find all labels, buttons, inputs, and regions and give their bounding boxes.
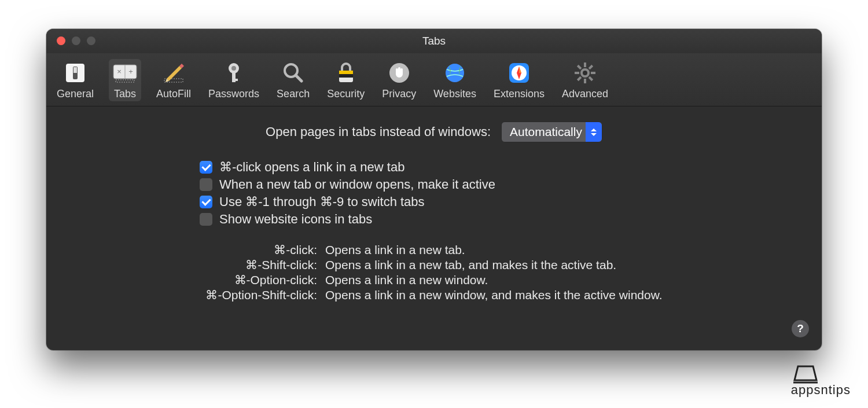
switch-icon [61,60,89,86]
checkbox-label: Use ⌘-1 through ⌘-9 to switch tabs [219,194,425,209]
hint-key: ⌘-Option-Shift-click: [205,288,317,302]
tab-label: Tabs [114,88,136,100]
watermark: appsntips [791,362,851,398]
safari-icon [505,60,533,86]
svg-rect-4 [73,67,77,73]
checkbox-favicons[interactable] [200,213,212,226]
hint-desc: Opens a link in a new tab. [325,243,662,257]
tab-advanced[interactable]: Advanced [560,59,610,101]
tab-search[interactable]: Search [274,59,312,101]
open-pages-label: Open pages in tabs instead of windows: [266,124,491,139]
help-button[interactable]: ? [792,320,809,337]
tabs-icon: ×+ [111,60,139,86]
tab-privacy[interactable]: Privacy [380,59,418,101]
svg-point-15 [231,66,236,71]
hint-desc: Opens a link in a new tab, and makes it … [325,258,662,272]
tab-label: General [57,88,94,100]
checkbox-cmd-number[interactable] [200,196,212,208]
tab-tabs[interactable]: ×+ Tabs [109,59,141,101]
svg-rect-21 [339,71,353,74]
svg-rect-33 [591,72,595,74]
svg-rect-34 [589,65,593,69]
preferences-body: Open pages in tabs instead of windows: A… [46,106,822,319]
svg-rect-36 [577,65,582,69]
tab-label: Extensions [494,88,545,100]
hint-desc: Opens a link in a new window. [325,273,662,287]
pencil-icon [160,60,187,86]
svg-rect-22 [339,74,353,78]
svg-text:×: × [117,67,122,76]
tab-label: Advanced [562,88,608,100]
checkbox-make-active[interactable] [200,178,212,191]
svg-text:+: + [128,67,133,76]
checkbox-group: ⌘-click opens a link in a new tab When a… [148,160,720,227]
watermark-text: appsntips [791,383,851,398]
checkbox-label: When a new tab or window opens, make it … [219,177,495,192]
watermark-icon [791,362,820,385]
svg-point-38 [583,71,587,75]
checkbox-cmd-click[interactable] [200,161,212,174]
svg-point-24 [446,64,464,82]
key-icon [220,60,248,86]
svg-line-19 [296,75,301,81]
tab-label: AutoFill [156,88,191,100]
preferences-window: Tabs General ×+ Tabs Au [46,29,822,350]
svg-rect-35 [577,76,582,81]
svg-rect-37 [589,76,593,81]
tab-passwords[interactable]: Passwords [206,59,262,101]
tab-label: Websites [433,88,476,100]
window-title: Tabs [46,35,822,47]
svg-rect-31 [584,79,586,83]
tab-general[interactable]: General [54,59,96,101]
tab-websites[interactable]: Websites [431,59,479,101]
hint-key: ⌘-click: [205,243,317,257]
tab-security[interactable]: Security [325,59,367,101]
checkbox-label: Show website icons in tabs [219,212,372,227]
gear-icon [571,60,599,86]
magnifier-icon [279,60,307,86]
svg-rect-9 [116,80,134,82]
hint-desc: Opens a link in a new window, and makes … [325,288,662,302]
svg-rect-17 [232,79,238,81]
preferences-toolbar: General ×+ Tabs AutoFill Pa [46,53,822,106]
hint-key: ⌘-Option-click: [205,273,317,287]
lock-icon [332,60,360,86]
tab-label: Privacy [382,88,416,100]
select-value: Automatically [510,125,582,139]
hand-icon [385,60,413,86]
titlebar[interactable]: Tabs [46,29,822,53]
tab-autofill[interactable]: AutoFill [154,59,193,101]
globe-icon [441,60,469,86]
svg-rect-30 [584,63,586,67]
svg-marker-39 [795,366,816,380]
hint-key: ⌘-Shift-click: [205,258,317,272]
svg-rect-32 [575,72,579,74]
chevrons-icon [586,122,602,142]
tab-label: Security [327,88,365,100]
tab-extensions[interactable]: Extensions [491,59,547,101]
checkbox-label: ⌘-click opens a link in a new tab [219,160,404,175]
shortcut-hints: ⌘-click: Opens a link in a new tab. ⌘-Sh… [69,243,799,302]
tab-label: Passwords [208,88,259,100]
open-pages-select[interactable]: Automatically [501,122,602,142]
tab-label: Search [277,88,310,100]
